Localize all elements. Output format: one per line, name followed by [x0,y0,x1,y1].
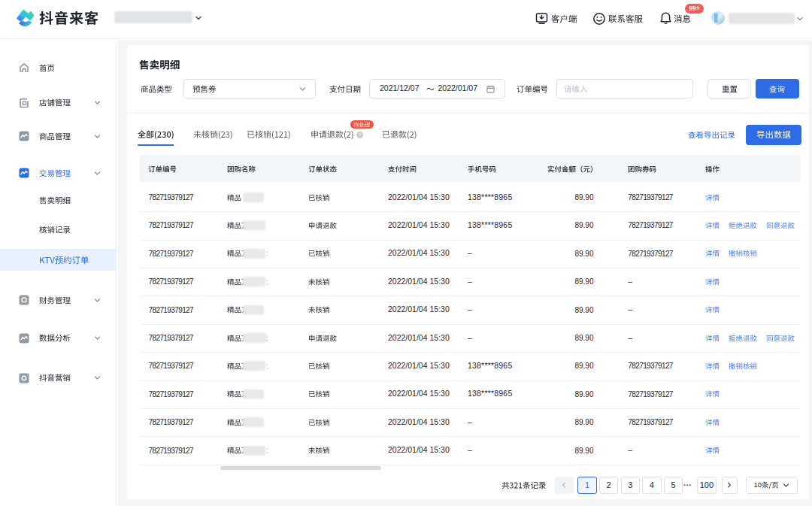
svg-text:?: ? [358,132,361,138]
